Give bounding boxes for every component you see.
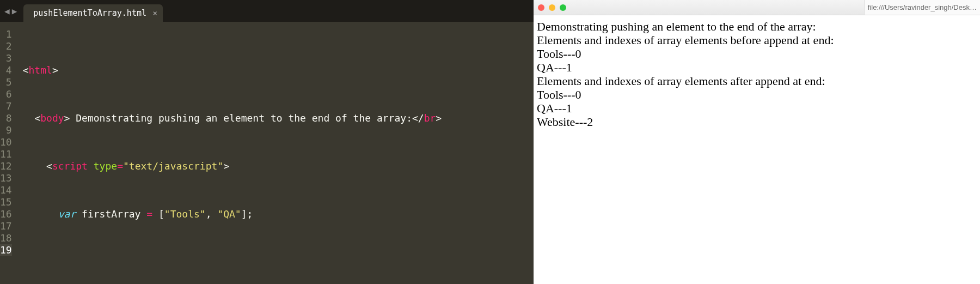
line-number: 3 <box>0 52 12 64</box>
browser-pane: file:///Users/ravinder_singh/Desk… Demon… <box>534 0 980 284</box>
output-line: QA---1 <box>537 61 977 74</box>
tab-title: pushElementToArray.html <box>33 8 146 18</box>
line-number: 19 <box>0 244 12 256</box>
close-window-icon[interactable] <box>538 4 544 11</box>
output-line: Website---2 <box>537 115 977 129</box>
output-line: QA---1 <box>537 101 977 115</box>
close-icon[interactable]: × <box>153 9 157 17</box>
code-editor-pane: ◀ ▶ pushElementToArray.html × 1 2 3 4 5 … <box>0 0 534 284</box>
code-line: <body> Demonstrating pushing an element … <box>23 112 554 124</box>
window-controls <box>538 4 566 11</box>
line-number: 17 <box>0 220 12 232</box>
code-line: <html> <box>23 64 554 76</box>
editor-tab[interactable]: pushElementToArray.html × <box>23 4 163 22</box>
line-number-gutter: 1 2 3 4 5 6 7 8 9 10 11 12 13 14 15 16 1… <box>0 22 16 284</box>
tab-strip: ◀ ▶ pushElementToArray.html × <box>0 0 534 22</box>
output-line: Tools---0 <box>537 88 977 101</box>
minimize-window-icon[interactable] <box>549 4 555 11</box>
address-bar-fragment[interactable]: file:///Users/ravinder_singh/Desk… <box>864 0 980 15</box>
line-number: 12 <box>0 160 12 172</box>
line-number: 16 <box>0 208 12 220</box>
line-number: 18 <box>0 232 12 244</box>
line-number: 4 <box>0 64 12 76</box>
maximize-window-icon[interactable] <box>560 4 566 11</box>
line-number: 2 <box>0 40 12 52</box>
line-number: 10 <box>0 136 12 148</box>
code-line: var firstArray = ["Tools", "QA"]; <box>23 208 554 220</box>
line-number: 5 <box>0 76 12 88</box>
code-area[interactable]: <html> <body> Demonstrating pushing an e… <box>16 22 554 284</box>
line-number: 6 <box>0 88 12 100</box>
nav-forward-icon[interactable]: ▶ <box>12 6 17 16</box>
nav-arrows: ◀ ▶ <box>4 6 17 16</box>
editor-body: 1 2 3 4 5 6 7 8 9 10 11 12 13 14 15 16 1… <box>0 22 534 284</box>
line-number: 11 <box>0 148 12 160</box>
output-line: Elements and indexes of array elements a… <box>537 74 977 88</box>
output-line: Elements and indexes of array elements b… <box>537 33 977 47</box>
line-number: 8 <box>0 112 12 124</box>
nav-back-icon[interactable]: ◀ <box>4 6 10 16</box>
line-number: 14 <box>0 184 12 196</box>
code-line: <script type="text/javascript"> <box>23 160 554 172</box>
line-number: 1 <box>0 28 12 40</box>
browser-viewport: Demonstrating pushing an element to the … <box>534 15 980 284</box>
line-number: 9 <box>0 124 12 136</box>
code-line <box>23 256 554 268</box>
browser-titlebar: file:///Users/ravinder_singh/Desk… <box>534 0 980 15</box>
output-line: Tools---0 <box>537 47 977 61</box>
line-number: 15 <box>0 196 12 208</box>
line-number: 13 <box>0 172 12 184</box>
line-number: 7 <box>0 100 12 112</box>
output-line: Demonstrating pushing an element to the … <box>537 20 977 33</box>
